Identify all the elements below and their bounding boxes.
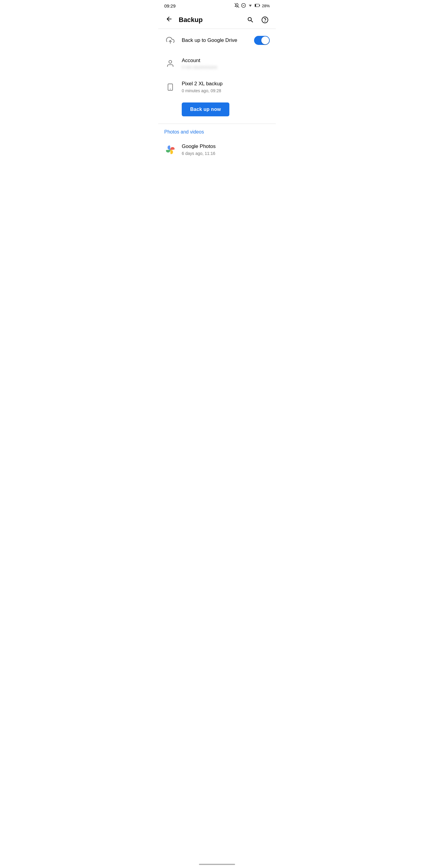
backup-to-drive-label: Back up to Google Drive — [182, 37, 254, 44]
account-content: Account 0 nim etuniminiümt — [182, 57, 270, 70]
cloud-upload-icon — [164, 34, 176, 46]
device-backup-item[interactable]: Pixel 2 XL backup 0 minutes ago, 09:28 — [158, 75, 276, 99]
status-time: 09:29 — [164, 3, 176, 8]
search-button[interactable] — [244, 14, 256, 26]
device-backup-label: Pixel 2 XL backup — [182, 81, 270, 87]
backup-btn-container: Back up now — [158, 99, 276, 124]
phone-icon — [164, 81, 176, 93]
app-bar: Backup — [158, 11, 276, 29]
svg-line-0 — [235, 3, 239, 7]
battery-percentage: 28% — [262, 4, 270, 8]
dnd-icon — [241, 3, 246, 9]
svg-rect-4 — [259, 5, 260, 6]
account-item[interactable]: Account 0 nim etuniminiümt — [158, 52, 276, 75]
google-photos-subtitle: 6 days ago, 11:16 — [182, 151, 270, 156]
notifications-muted-icon — [235, 3, 239, 9]
svg-rect-5 — [255, 4, 256, 6]
app-bar-actions — [244, 14, 271, 26]
device-backup-content: Pixel 2 XL backup 0 minutes ago, 09:28 — [182, 81, 270, 93]
backup-now-button[interactable]: Back up now — [182, 102, 229, 116]
svg-point-9 — [169, 60, 172, 63]
toggle-thumb — [261, 36, 269, 44]
google-photos-content: Google Photos 6 days ago, 11:16 — [182, 143, 270, 156]
backup-to-drive-item[interactable]: Back up to Google Drive — [158, 29, 276, 52]
google-photos-label: Google Photos — [182, 143, 270, 150]
photos-videos-section-header: Photos and videos — [158, 124, 276, 138]
photos-videos-label: Photos and videos — [164, 129, 204, 134]
account-icon — [164, 58, 176, 70]
backup-to-drive-content: Back up to Google Drive — [182, 37, 254, 44]
wifi-icon — [248, 3, 253, 8]
svg-point-6 — [262, 17, 268, 23]
back-button[interactable] — [163, 13, 175, 27]
battery-icon — [255, 3, 260, 8]
google-photos-item[interactable]: Google Photos 6 days ago, 11:16 — [158, 138, 276, 161]
google-photos-icon — [164, 144, 176, 156]
backup-toggle[interactable] — [254, 36, 270, 45]
account-label: Account — [182, 57, 270, 64]
account-subtitle: 0 nim etuniminiümt — [182, 65, 270, 70]
status-icons: 28% — [235, 3, 270, 9]
help-button[interactable] — [259, 14, 271, 26]
page-title: Backup — [179, 16, 244, 24]
device-backup-subtitle: 0 minutes ago, 09:28 — [182, 88, 270, 93]
status-bar: 09:29 — [158, 0, 276, 11]
